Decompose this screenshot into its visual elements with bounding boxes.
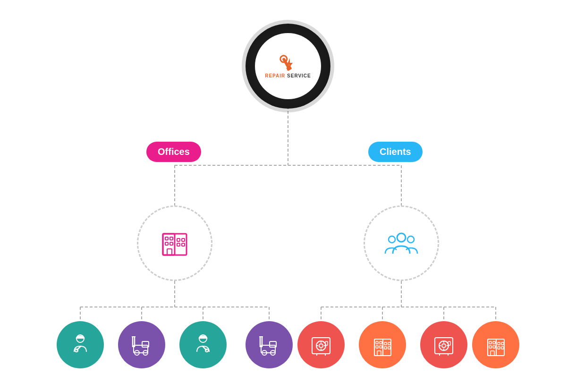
repair-logo: REPAIR SERVICE <box>265 54 311 78</box>
svg-rect-24 <box>165 242 168 245</box>
svg-rect-28 <box>177 243 180 246</box>
svg-rect-90 <box>493 346 495 348</box>
repairman-2-circle <box>179 321 227 368</box>
svg-rect-87 <box>489 341 491 344</box>
svg-rect-47 <box>261 345 275 353</box>
org-chart: REPAIR SERVICE Offices Clients <box>28 9 548 383</box>
svg-point-33 <box>407 236 414 243</box>
svg-rect-61 <box>325 341 328 345</box>
root-logo-text: REPAIR SERVICE <box>265 73 311 78</box>
svg-rect-25 <box>170 242 173 245</box>
svg-rect-22 <box>165 237 168 240</box>
forklift-2-icon <box>256 332 282 358</box>
svg-rect-70 <box>384 342 387 345</box>
safe-2-icon <box>431 332 457 358</box>
svg-point-56 <box>319 344 323 348</box>
svg-rect-27 <box>182 239 185 241</box>
svg-point-31 <box>397 233 406 242</box>
safe-icon <box>308 332 334 358</box>
svg-rect-89 <box>489 346 491 348</box>
svg-rect-26 <box>177 239 180 241</box>
root-inner-circle: REPAIR SERVICE <box>255 33 321 99</box>
svg-rect-37 <box>134 345 148 353</box>
building-2-circle <box>472 321 519 368</box>
forklift-icon <box>129 332 155 358</box>
forklift-2-circle <box>246 321 293 368</box>
svg-rect-93 <box>498 347 500 349</box>
svg-rect-94 <box>501 347 504 349</box>
repairman-icon <box>68 332 93 358</box>
svg-rect-67 <box>380 341 382 344</box>
safe-1-circle <box>297 321 345 368</box>
root-node: REPAIR SERVICE <box>246 24 330 109</box>
repair-logo-icon <box>275 54 301 73</box>
people-icon <box>382 224 420 262</box>
office-building-2-icon <box>483 332 509 358</box>
svg-rect-30 <box>167 249 172 255</box>
svg-rect-74 <box>377 351 381 356</box>
svg-rect-73 <box>388 347 390 349</box>
svg-rect-54 <box>312 338 330 354</box>
repairman-2-icon <box>190 332 216 358</box>
svg-rect-91 <box>498 342 500 345</box>
svg-point-32 <box>389 236 395 243</box>
safe-2-circle <box>420 321 467 368</box>
svg-rect-95 <box>491 351 494 356</box>
forklift-1-circle <box>118 321 165 368</box>
clients-circle <box>364 205 439 281</box>
svg-rect-71 <box>388 342 390 345</box>
svg-rect-68 <box>376 346 378 348</box>
svg-point-36 <box>75 349 78 352</box>
svg-rect-82 <box>448 341 450 345</box>
repairman-1-circle <box>57 321 104 368</box>
svg-point-46 <box>205 349 208 352</box>
building-1-circle <box>359 321 406 368</box>
clients-badge: Clients <box>368 142 423 162</box>
svg-rect-66 <box>376 341 378 344</box>
svg-rect-69 <box>380 346 382 348</box>
offices-circle <box>137 205 212 281</box>
offices-badge: Offices <box>146 142 201 162</box>
svg-rect-75 <box>435 338 453 354</box>
svg-rect-29 <box>182 243 185 246</box>
svg-rect-88 <box>493 341 495 344</box>
svg-rect-92 <box>501 342 504 345</box>
svg-point-77 <box>442 344 446 348</box>
building-icon <box>156 224 194 262</box>
office-building-icon <box>370 332 396 358</box>
svg-rect-23 <box>170 237 173 240</box>
svg-rect-72 <box>384 347 387 349</box>
